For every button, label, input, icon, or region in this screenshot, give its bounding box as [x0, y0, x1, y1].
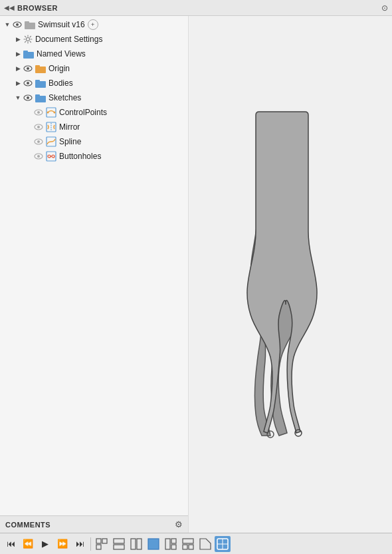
folder-icon-origin [35, 63, 47, 74]
svg-point-34 [48, 155, 50, 158]
tree-item-named-views[interactable]: ▶ Named Views [0, 47, 188, 61]
tree-item-origin[interactable]: ▶ Origin [0, 61, 188, 76]
collapse-arrows-icon[interactable]: ◀◀ [4, 4, 15, 11]
svg-point-16 [27, 96, 29, 99]
browser-title: BROWSER [17, 4, 58, 12]
tree-item-bodies[interactable]: ▶ Bodies [0, 76, 188, 90]
tree-item-sketches[interactable]: ▼ Sketches [0, 90, 188, 105]
eye-icon-cp[interactable] [33, 107, 44, 118]
skip-forward-button[interactable]: ⏭ [72, 536, 88, 552]
doc-settings-label: Document Settings [35, 35, 102, 44]
svg-rect-14 [35, 80, 40, 82]
svg-point-1 [16, 23, 19, 26]
eye-icon-sketches[interactable] [23, 92, 33, 103]
svg-point-8 [27, 67, 29, 70]
view-btn-1[interactable] [94, 536, 110, 552]
comments-bar: COMMENTS ⚙ [0, 515, 188, 533]
folder-icon-root [24, 19, 36, 30]
svg-rect-53 [114, 545, 124, 549]
version-badge: + [88, 19, 98, 30]
svg-point-35 [52, 155, 54, 158]
origin-label: Origin [49, 64, 70, 73]
svg-point-22 [47, 112, 49, 114]
svg-rect-60 [183, 539, 193, 543]
mirror-label: Mirror [59, 122, 80, 132]
svg-rect-49 [96, 539, 101, 543]
step-back-button[interactable]: ⏪ [20, 536, 36, 552]
step-forward-button[interactable]: ⏩ [54, 536, 70, 552]
comments-label: COMMENTS [5, 521, 50, 529]
eye-icon-bh[interactable] [33, 151, 44, 162]
folder-icon-sketches [35, 92, 47, 103]
expand-arrow-origin[interactable]: ▶ [13, 64, 23, 73]
svg-rect-50 [102, 539, 107, 543]
folder-icon-bodies [35, 78, 47, 88]
svg-point-25 [37, 126, 40, 128]
tree-area: ▼ Swimsuit v16 + [0, 16, 188, 515]
sketch-icon-mirror [45, 122, 57, 132]
3d-viewport[interactable] [189, 16, 392, 533]
comments-gear-icon[interactable]: ⚙ [175, 519, 183, 529]
bottom-toolbar: ⏮ ⏪ ▶ ⏩ ⏭ [0, 533, 392, 554]
browser-close-icon[interactable]: ⊙ [381, 3, 388, 13]
svg-rect-18 [35, 94, 40, 97]
cp-label: ControlPoints [59, 108, 107, 117]
svg-rect-61 [183, 545, 187, 549]
svg-rect-52 [114, 539, 124, 543]
browser-bar: ◀◀ BROWSER ⊙ [0, 0, 392, 16]
svg-rect-57 [165, 539, 170, 549]
skip-back-button[interactable]: ⏮ [3, 536, 19, 552]
left-panel: ▼ Swimsuit v16 + [0, 16, 189, 533]
gear-icon-doc [23, 34, 33, 45]
svg-point-32 [37, 155, 40, 158]
eye-icon-root[interactable] [12, 19, 23, 30]
tree-item-spline[interactable]: Spline [0, 134, 188, 149]
browser-bar-left: ◀◀ BROWSER [4, 4, 58, 12]
expand-arrow-sketches[interactable]: ▼ [13, 93, 23, 102]
expand-arrow-bodies[interactable]: ▶ [13, 78, 23, 88]
tree-item-control-points[interactable]: ControlPoints [0, 105, 188, 120]
expand-arrow-doc[interactable]: ▶ [13, 35, 23, 44]
sketch-icon-spline [45, 136, 57, 147]
play-button[interactable]: ▶ [37, 536, 53, 552]
svg-point-20 [37, 111, 40, 114]
svg-rect-55 [137, 539, 142, 549]
view-btn-6[interactable] [180, 536, 196, 552]
root-label: Swimsuit v16 [38, 20, 85, 29]
view-btn-7[interactable] [197, 536, 213, 552]
svg-point-29 [37, 140, 40, 143]
view-btn-4[interactable] [146, 536, 161, 552]
svg-point-23 [54, 112, 56, 114]
sketch-icon-bh [45, 151, 57, 162]
view-btn-5[interactable] [163, 536, 179, 552]
svg-rect-59 [171, 545, 176, 549]
swimsuit-shape [217, 108, 363, 441]
tree-item-document-settings[interactable]: ▶ Document Settings [0, 32, 188, 47]
svg-rect-56 [148, 539, 159, 549]
eye-icon-origin[interactable] [23, 63, 33, 74]
tree-item-mirror[interactable]: Mirror [0, 120, 188, 134]
eye-icon-mirror[interactable] [33, 122, 44, 132]
svg-rect-58 [171, 539, 176, 543]
sketches-label: Sketches [49, 93, 81, 102]
svg-point-4 [27, 38, 30, 41]
svg-rect-62 [189, 545, 193, 549]
expand-arrow-named-views[interactable]: ▶ [13, 49, 23, 59]
view-btn-8[interactable] [215, 536, 231, 552]
svg-rect-3 [25, 21, 29, 24]
folder-icon-named-views [23, 49, 35, 59]
tree-item-root[interactable]: ▼ Swimsuit v16 + [0, 17, 188, 32]
eye-icon-spline[interactable] [33, 136, 44, 147]
view-btn-2[interactable] [111, 536, 127, 552]
sketch-icon-cp [45, 107, 57, 118]
svg-rect-6 [23, 51, 28, 53]
expand-arrow-root[interactable]: ▼ [3, 20, 12, 29]
toolbar-sep-1 [90, 537, 91, 551]
tree-item-buttonholes[interactable]: Buttonholes [0, 149, 188, 164]
svg-rect-10 [35, 65, 40, 68]
main-content: ▼ Swimsuit v16 + [0, 16, 392, 533]
eye-icon-bodies[interactable] [23, 78, 33, 88]
view-btn-3[interactable] [128, 536, 144, 552]
bh-label: Buttonholes [59, 152, 101, 161]
svg-rect-51 [96, 545, 101, 549]
